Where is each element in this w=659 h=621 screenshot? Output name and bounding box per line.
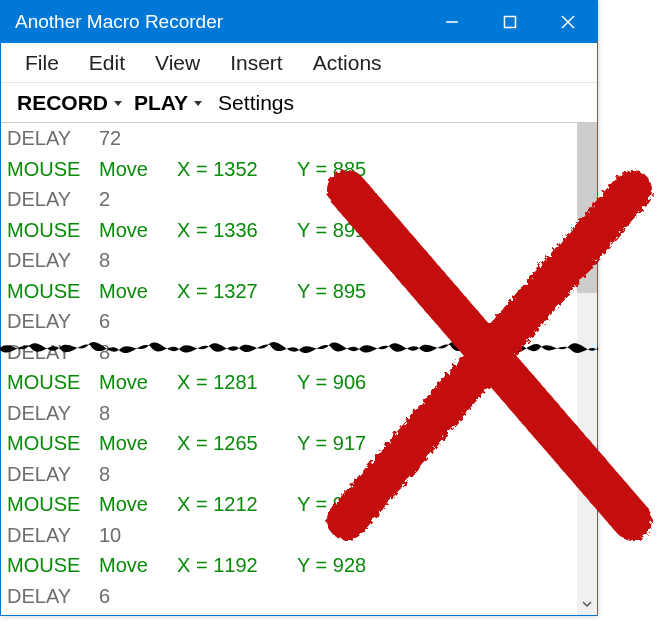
event-value: 6	[99, 311, 177, 331]
event-type: MOUSE	[7, 220, 99, 240]
event-y: Y = 891	[297, 220, 417, 240]
event-x: X = 1212	[177, 494, 297, 514]
event-y: Y = 923	[297, 494, 417, 514]
event-x: X = 1327	[177, 281, 297, 301]
menu-view[interactable]: View	[141, 47, 214, 79]
event-type: DELAY	[7, 464, 99, 484]
event-value: 6	[99, 586, 177, 606]
event-row[interactable]: MOUSEMoveX = 1336Y = 891	[1, 215, 577, 246]
event-y: Y = 895	[297, 281, 417, 301]
event-y: Y = 928	[297, 555, 417, 575]
event-row[interactable]: DELAY2	[1, 184, 577, 215]
play-button[interactable]: PLAY	[128, 89, 194, 117]
event-x: X = 1265	[177, 433, 297, 453]
record-button[interactable]: RECORD	[11, 89, 114, 117]
event-y: Y = 917	[297, 433, 417, 453]
event-type: MOUSE	[7, 281, 99, 301]
event-type: DELAY	[7, 311, 99, 331]
event-action: Move	[99, 555, 177, 575]
event-action: Move	[99, 433, 177, 453]
event-value: 10	[99, 525, 177, 545]
event-list[interactable]: DELAY72MOUSEMoveX = 1352Y = 885DELAY2MOU…	[1, 123, 577, 615]
event-x: X = 1336	[177, 220, 297, 240]
event-row[interactable]: MOUSEMoveX = 1192Y = 928	[1, 550, 577, 581]
event-action: Move	[99, 281, 177, 301]
event-action: Move	[99, 494, 177, 514]
event-row[interactable]: MOUSEMoveX = 1352Y = 885	[1, 154, 577, 185]
app-window: Another Macro Recorder File Edit View In…	[0, 0, 598, 616]
svg-marker-5	[194, 101, 202, 106]
event-row[interactable]: MOUSEMoveX = 1212Y = 923	[1, 489, 577, 520]
menu-file[interactable]: File	[11, 47, 73, 79]
scrollbar-thumb[interactable]	[577, 123, 597, 293]
event-row[interactable]: DELAY8	[1, 337, 577, 368]
event-row[interactable]: DELAY6	[1, 306, 577, 337]
play-dropdown-icon[interactable]	[194, 99, 208, 107]
event-type: DELAY	[7, 586, 99, 606]
event-type: MOUSE	[7, 372, 99, 392]
event-x: X = 1192	[177, 555, 297, 575]
window-title: Another Macro Recorder	[1, 11, 423, 33]
event-value: 72	[99, 128, 177, 148]
event-x: X = 1352	[177, 159, 297, 179]
scroll-down-icon[interactable]	[577, 595, 597, 613]
event-value: 2	[99, 189, 177, 209]
event-type: DELAY	[7, 403, 99, 423]
close-button[interactable]	[539, 1, 597, 43]
record-dropdown-icon[interactable]	[114, 99, 128, 107]
event-action: Move	[99, 159, 177, 179]
event-row[interactable]: DELAY10	[1, 520, 577, 551]
event-type: DELAY	[7, 189, 99, 209]
event-value: 8	[99, 464, 177, 484]
event-x: X = 1281	[177, 372, 297, 392]
event-list-container: DELAY72MOUSEMoveX = 1352Y = 885DELAY2MOU…	[1, 123, 597, 615]
menu-insert[interactable]: Insert	[216, 47, 297, 79]
event-row[interactable]: DELAY8	[1, 459, 577, 490]
menubar: File Edit View Insert Actions	[1, 43, 597, 83]
event-value: 8	[99, 250, 177, 270]
event-row[interactable]: MOUSEMoveX = 1265Y = 917	[1, 428, 577, 459]
vertical-scrollbar[interactable]	[577, 123, 597, 615]
event-row[interactable]: MOUSEMoveX = 1281Y = 906	[1, 367, 577, 398]
event-action: Move	[99, 372, 177, 392]
maximize-button[interactable]	[481, 1, 539, 43]
event-row[interactable]: DELAY6	[1, 581, 577, 612]
event-row[interactable]: MOUSEMoveX = 1327Y = 895	[1, 276, 577, 307]
event-type: DELAY	[7, 250, 99, 270]
event-type: DELAY	[7, 342, 99, 362]
event-value: 8	[99, 403, 177, 423]
event-row[interactable]: DELAY72	[1, 123, 577, 154]
event-row[interactable]: DELAY8	[1, 398, 577, 429]
svg-marker-4	[114, 101, 122, 106]
event-y: Y = 885	[297, 159, 417, 179]
event-type: DELAY	[7, 525, 99, 545]
toolbar: RECORD PLAY Settings	[1, 83, 597, 123]
event-row[interactable]: DELAY8	[1, 245, 577, 276]
event-value: 8	[99, 342, 177, 362]
event-type: MOUSE	[7, 159, 99, 179]
event-type: MOUSE	[7, 555, 99, 575]
event-type: DELAY	[7, 128, 99, 148]
menu-edit[interactable]: Edit	[75, 47, 139, 79]
event-type: MOUSE	[7, 494, 99, 514]
minimize-button[interactable]	[423, 1, 481, 43]
event-type: MOUSE	[7, 433, 99, 453]
settings-button[interactable]: Settings	[210, 89, 302, 117]
event-action: Move	[99, 220, 177, 240]
event-y: Y = 906	[297, 372, 417, 392]
titlebar: Another Macro Recorder	[1, 1, 597, 43]
svg-rect-1	[505, 17, 516, 28]
menu-actions[interactable]: Actions	[299, 47, 396, 79]
